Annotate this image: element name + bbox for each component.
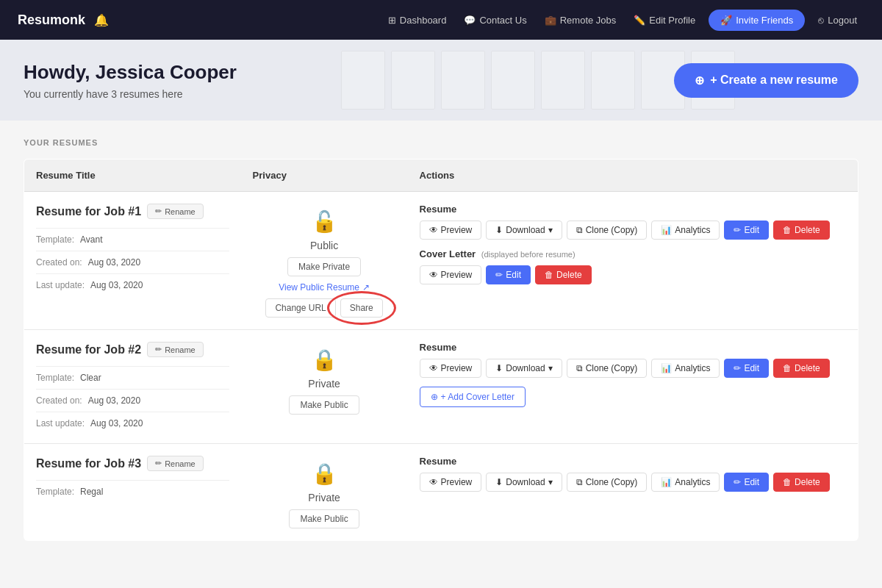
chevron-down-icon-2: ▾ bbox=[548, 363, 553, 373]
created-meta-2: Created on: Aug 03, 2020 bbox=[36, 395, 229, 406]
eye-icon-3: 👁 bbox=[429, 477, 438, 487]
delete-button-3[interactable]: 🗑 Delete bbox=[773, 473, 830, 492]
make-public-button-3[interactable]: Make Public bbox=[289, 509, 359, 528]
trash-cover-icon: 🗑 bbox=[545, 270, 553, 280]
analytics-button-2[interactable]: 📊 Analytics bbox=[651, 359, 720, 378]
resume-title-2: Resume for Job #2 ✏ Rename bbox=[36, 342, 229, 357]
nav-remote-jobs[interactable]: 💼 Remote Jobs bbox=[537, 10, 624, 30]
analytics-button-3[interactable]: 📊 Analytics bbox=[651, 473, 720, 492]
edit-button-3[interactable]: ✏ Edit bbox=[724, 473, 769, 492]
lock-icon-3: 🔒 bbox=[312, 462, 337, 486]
analytics-button-1[interactable]: 📊 Analytics bbox=[651, 220, 720, 240]
dashboard-icon: ⊞ bbox=[388, 15, 396, 26]
preview-button-2[interactable]: 👁 Preview bbox=[420, 359, 482, 378]
actions-cell-3: Resume 👁 Preview ⬇ Download ▾ ⧉ bbox=[408, 444, 858, 541]
actions-cell-1: Resume 👁 Preview ⬇ Download ▾ ⧉ bbox=[408, 192, 858, 330]
pencil-rename-icon: ✏ bbox=[155, 207, 162, 216]
rename-button-2[interactable]: ✏ Rename bbox=[147, 342, 204, 357]
clone-button-2[interactable]: ⧉ Clone (Copy) bbox=[567, 359, 648, 378]
logout-icon: ⎋ bbox=[818, 15, 824, 26]
download-icon-2: ⬇ bbox=[495, 363, 503, 373]
download-button-2[interactable]: ⬇ Download ▾ bbox=[486, 359, 562, 378]
eye-icon: 👁 bbox=[429, 225, 438, 235]
navbar: Resumonk 🔔 ⊞ Dashboard 💬 Contact Us 💼 Re… bbox=[0, 0, 882, 40]
privacy-status-3: Private bbox=[308, 492, 340, 503]
resume-actions-label-1: Resume bbox=[420, 204, 846, 215]
lock-icon-2: 🔒 bbox=[312, 348, 337, 372]
pencil-rename-icon-3: ✏ bbox=[155, 459, 162, 468]
create-resume-button[interactable]: ⊕ + Create a new resume bbox=[674, 63, 858, 98]
resume-actions-row-1: 👁 Preview ⬇ Download ▾ ⧉ Clone (Copy) bbox=[420, 220, 846, 240]
cover-delete-button-1[interactable]: 🗑 Delete bbox=[535, 265, 592, 284]
download-button-3[interactable]: ⬇ Download ▾ bbox=[486, 473, 562, 492]
nav-edit-profile[interactable]: ✏️ Edit Profile bbox=[626, 10, 703, 30]
resume-actions-label-2: Resume bbox=[420, 342, 846, 353]
resume-title-cell-3: Resume for Job #3 ✏ Rename Template: Reg… bbox=[24, 444, 241, 541]
trash-icon: 🗑 bbox=[783, 225, 792, 235]
privacy-cell-2: 🔒 Private Make Public bbox=[241, 330, 408, 444]
preview-button-3[interactable]: 👁 Preview bbox=[420, 473, 482, 492]
trash-icon-3: 🗑 bbox=[783, 477, 792, 487]
unlock-icon-1: 🔓 bbox=[312, 209, 337, 234]
pencil-edit-icon-2: ✏ bbox=[734, 363, 741, 373]
resume-actions-label-3: Resume bbox=[420, 456, 846, 467]
resume-actions-row-2: 👁 Preview ⬇ Download ▾ ⧉ Clone (Copy) bbox=[420, 359, 846, 378]
section-label: YOUR RESUMES bbox=[24, 138, 858, 147]
pencil-cover-icon: ✏ bbox=[495, 270, 503, 280]
nav-links: ⊞ Dashboard 💬 Contact Us 💼 Remote Jobs ✏… bbox=[381, 10, 864, 31]
resume-table: Resume Title Privacy Actions Resume for … bbox=[24, 159, 858, 541]
table-row: Resume for Job #1 ✏ Rename Template: Ava… bbox=[24, 192, 858, 330]
plus-circle-icon: ⊕ bbox=[695, 74, 704, 87]
hero-section: Howdy, Jessica Cooper You currently have… bbox=[0, 40, 882, 121]
privacy-cell-1: 🔓 Public Make Private View Public Resume… bbox=[241, 192, 408, 330]
rename-button-1[interactable]: ✏ Rename bbox=[147, 204, 204, 219]
change-url-button-1[interactable]: Change URL bbox=[265, 298, 335, 318]
url-share-row-1: Change URL Share bbox=[265, 298, 382, 318]
main-content: YOUR RESUMES Resume Title Privacy Action… bbox=[0, 121, 882, 559]
make-public-button-2[interactable]: Make Public bbox=[289, 395, 359, 415]
pencil-edit-icon-3: ✏ bbox=[734, 477, 741, 487]
pencil-rename-icon-2: ✏ bbox=[155, 345, 162, 354]
cover-edit-button-1[interactable]: ✏ Edit bbox=[486, 265, 531, 284]
clone-button-1[interactable]: ⧉ Clone (Copy) bbox=[567, 220, 648, 240]
template-meta-3: Template: Regal bbox=[36, 487, 229, 497]
resume-title-cell-1: Resume for Job #1 ✏ Rename Template: Ava… bbox=[24, 192, 241, 330]
cover-letter-label-1: Cover Letter (displayed before resume) bbox=[420, 248, 846, 259]
updated-meta-1: Last update: Aug 03, 2020 bbox=[36, 280, 229, 290]
trash-icon-2: 🗑 bbox=[783, 363, 792, 373]
privacy-status-1: Public bbox=[310, 240, 338, 251]
col-header-title: Resume Title bbox=[24, 159, 241, 192]
nav-contact-us[interactable]: 💬 Contact Us bbox=[456, 10, 534, 30]
add-cover-letter-button-2[interactable]: ⊕ + Add Cover Letter bbox=[420, 387, 526, 407]
rename-button-3[interactable]: ✏ Rename bbox=[147, 456, 204, 471]
nav-logout[interactable]: ⎋ Logout bbox=[811, 10, 864, 30]
delete-button-1[interactable]: 🗑 Delete bbox=[773, 220, 830, 240]
nav-dashboard[interactable]: ⊞ Dashboard bbox=[381, 10, 454, 30]
edit-button-1[interactable]: ✏ Edit bbox=[724, 220, 769, 240]
share-button-1[interactable]: Share bbox=[340, 298, 383, 318]
download-button-1[interactable]: ⬇ Download ▾ bbox=[486, 220, 562, 240]
resume-title-1: Resume for Job #1 ✏ Rename bbox=[36, 204, 229, 219]
resume-title-3: Resume for Job #3 ✏ Rename bbox=[36, 456, 229, 471]
notification-bell-icon[interactable]: 🔔 bbox=[94, 13, 109, 27]
copy-icon: ⧉ bbox=[576, 225, 583, 235]
view-public-resume-link-1[interactable]: View Public Resume ↗ bbox=[279, 282, 370, 293]
hero-greeting: Howdy, Jessica Cooper bbox=[24, 61, 237, 84]
delete-button-2[interactable]: 🗑 Delete bbox=[773, 359, 830, 378]
make-private-button-1[interactable]: Make Private bbox=[287, 257, 361, 276]
cover-preview-button-1[interactable]: 👁 Preview bbox=[420, 265, 482, 284]
chevron-down-icon-3: ▾ bbox=[548, 477, 553, 487]
briefcase-icon: 💼 bbox=[545, 15, 556, 26]
privacy-cell-3: 🔒 Private Make Public bbox=[241, 444, 408, 541]
copy-icon-3: ⧉ bbox=[576, 477, 583, 487]
external-link-icon: ↗ bbox=[362, 282, 370, 293]
invite-friends-button[interactable]: 🚀 Invite Friends bbox=[709, 10, 805, 31]
preview-button-1[interactable]: 👁 Preview bbox=[420, 220, 482, 240]
bar-chart-icon-2: 📊 bbox=[661, 363, 672, 373]
download-icon-3: ⬇ bbox=[495, 477, 503, 487]
edit-button-2[interactable]: ✏ Edit bbox=[724, 359, 769, 378]
clone-button-3[interactable]: ⧉ Clone (Copy) bbox=[567, 473, 648, 492]
col-header-privacy: Privacy bbox=[241, 159, 408, 192]
template-meta-1: Template: Avant bbox=[36, 234, 229, 245]
eye-cover-icon: 👁 bbox=[429, 270, 438, 280]
